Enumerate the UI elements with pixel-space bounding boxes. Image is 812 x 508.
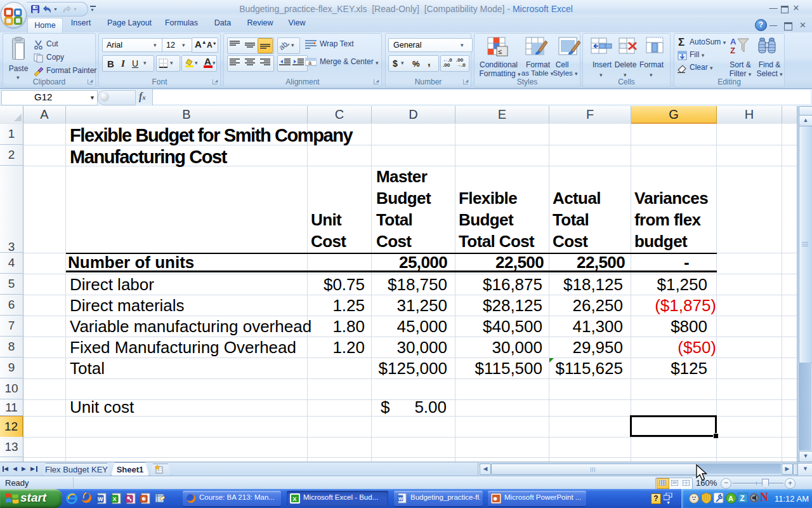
- svg-text:a: a: [308, 60, 311, 66]
- svg-text:≤: ≤: [498, 48, 502, 55]
- svg-text:W: W: [98, 496, 103, 502]
- svg-text:Z: Z: [740, 494, 745, 503]
- svg-text:X: X: [113, 496, 117, 502]
- svg-text:X: X: [292, 495, 297, 502]
- svg-text:Z: Z: [730, 46, 735, 55]
- svg-text:A: A: [730, 37, 737, 46]
- svg-text:W: W: [398, 496, 403, 502]
- svg-text:A: A: [728, 495, 733, 502]
